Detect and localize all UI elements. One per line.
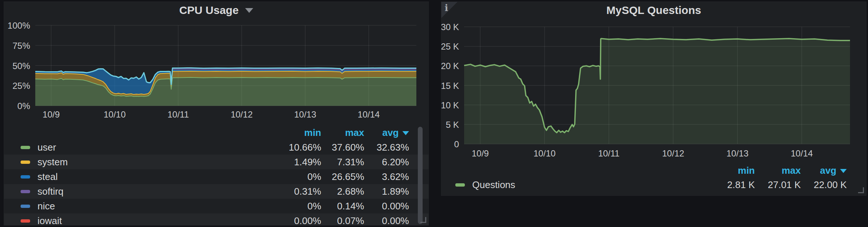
panel-resize-handle[interactable] (858, 187, 864, 193)
svg-text:10/13: 10/13 (294, 109, 316, 119)
sort-caret-icon (402, 131, 409, 135)
svg-text:75%: 75% (12, 41, 30, 51)
legend-sort-avg[interactable]: avg (324, 127, 409, 138)
series-label[interactable]: system (37, 156, 68, 167)
panel-info-corner[interactable] (441, 2, 458, 18)
legend-sort-avg[interactable]: avg (762, 165, 847, 176)
legend-row-user: user10.66%37.60%32.63% (4, 140, 428, 155)
svg-text:100%: 100% (8, 21, 30, 30)
legend-row-nice: nice0%0.14%0.00% (4, 199, 428, 213)
series-label[interactable]: iowait (37, 215, 62, 226)
svg-text:10/9: 10/9 (43, 109, 60, 119)
stat-avg-value: 32.63% (324, 140, 409, 155)
panel-resize-handle[interactable] (420, 217, 426, 223)
mysql-panel-title-text: MySQL Questions (606, 4, 701, 16)
svg-text:25%: 25% (12, 81, 30, 91)
svg-text:5 K: 5 K (446, 120, 459, 130)
cpu-usage-panel: CPU Usage 0%25%50%75%100%10/910/1010/111… (4, 1, 429, 226)
svg-text:10/9: 10/9 (471, 148, 489, 158)
legend-sort-avg-label: avg (820, 165, 836, 176)
svg-text:10/11: 10/11 (598, 148, 620, 158)
series-label[interactable]: user (37, 142, 56, 153)
legend-row-steal: steal0%26.65%3.62% (4, 169, 428, 184)
series-color-swatch[interactable] (21, 146, 30, 149)
series-label[interactable]: nice (37, 201, 55, 212)
stat-avg-value: 0.00% (324, 199, 409, 213)
sort-caret-icon (840, 169, 847, 173)
mysql-legend-header: min max avg (441, 165, 866, 176)
svg-text:10/13: 10/13 (727, 148, 749, 158)
svg-text:10/10: 10/10 (104, 109, 126, 119)
info-icon[interactable]: i (445, 3, 448, 13)
legend-sort-avg-label: avg (382, 127, 399, 138)
series-label[interactable]: steal (37, 171, 58, 182)
cpu-legend-header: min max avg (4, 127, 428, 138)
series-color-swatch[interactable] (21, 219, 30, 223)
mysql-panel-title[interactable]: MySQL Questions (441, 4, 866, 17)
svg-text:0%: 0% (17, 101, 30, 111)
svg-text:30 K: 30 K (441, 22, 459, 32)
stat-avg-value: 22.00 K (762, 177, 847, 192)
svg-text:15 K: 15 K (441, 81, 459, 91)
series-label[interactable]: Questions (472, 179, 515, 190)
mysql-questions-chart-canvas[interactable]: 05 K10 K15 K20 K25 K30 K10/910/1010/1110… (441, 2, 867, 161)
legend-row-iowait: iowait0.00%0.07%0.00% (4, 213, 428, 226)
svg-text:10/12: 10/12 (231, 109, 253, 119)
series-color-swatch[interactable] (21, 175, 30, 179)
legend-row-system: system1.49%7.31%6.20% (4, 155, 428, 169)
dashboard: { "theme": { "page_bg": "#121317", "pane… (0, 0, 868, 227)
legend-scrollbar[interactable] (418, 127, 423, 224)
stat-avg-value: 0.00% (324, 213, 409, 226)
svg-text:0: 0 (454, 139, 459, 149)
svg-text:25 K: 25 K (441, 42, 459, 51)
stat-avg-value: 3.62% (324, 169, 409, 184)
series-color-swatch[interactable] (21, 205, 30, 208)
series-color-swatch[interactable] (21, 190, 30, 193)
legend-row-softirq: softirq0.31%2.68%1.89% (4, 184, 428, 199)
cpu-panel-title-text: CPU Usage (179, 4, 239, 16)
stat-avg-value: 1.89% (324, 184, 409, 199)
svg-text:10/12: 10/12 (662, 148, 684, 158)
svg-text:50%: 50% (12, 61, 30, 71)
series-color-swatch[interactable] (21, 161, 30, 164)
svg-text:10/10: 10/10 (534, 148, 556, 158)
legend-row-Questions: Questions2.81 K27.01 K22.00 K (441, 177, 866, 192)
series-label[interactable]: softirq (37, 186, 64, 197)
svg-text:20 K: 20 K (441, 61, 459, 71)
cpu-usage-chart-canvas[interactable]: 0%25%50%75%100%10/910/1010/1110/1210/131… (4, 2, 429, 124)
panel-menu-caret-icon (245, 8, 253, 13)
svg-text:10/14: 10/14 (358, 109, 380, 119)
series-color-swatch[interactable] (455, 183, 465, 187)
stat-avg-value: 6.20% (324, 155, 409, 169)
cpu-panel-title[interactable]: CPU Usage (4, 4, 428, 17)
svg-text:10 K: 10 K (441, 100, 459, 110)
svg-text:10/11: 10/11 (168, 109, 189, 119)
mysql-questions-panel: i MySQL Questions 05 K10 K15 K20 K25 K30… (441, 1, 867, 196)
svg-text:10/14: 10/14 (791, 148, 813, 158)
